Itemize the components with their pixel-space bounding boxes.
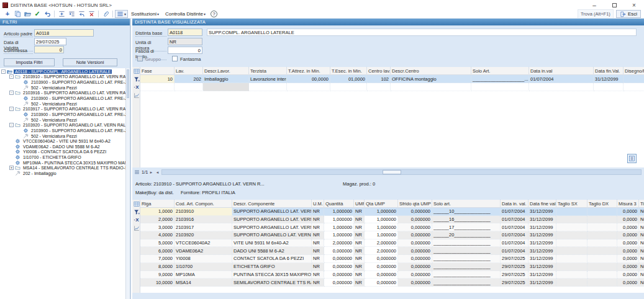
grid-cell[interactable]: NR (312, 279, 324, 287)
grid-cell[interactable]: 29/07/2025 (501, 263, 528, 271)
grid-cell[interactable]: 0,0000 (617, 247, 639, 255)
column-header[interactable]: Fase (140, 67, 175, 75)
tree-item[interactable]: -2103910 - SUPPORTO ARGANELLO LAT. VERN … (1, 74, 125, 80)
grid-cell[interactable]: ____________________... (471, 75, 529, 83)
column-header[interactable]: Taglio DX (587, 200, 617, 208)
grid-cell[interactable] (556, 223, 587, 231)
restore-row-button[interactable] (76, 10, 86, 18)
table-row[interactable]: 5,0000VTCCE06040A2VITE UNI 5931 M 6x40-A… (140, 239, 644, 248)
data-validita-field[interactable]: 29/07/2025 (34, 38, 66, 45)
column-header[interactable]: Lav. (175, 67, 203, 75)
grid-cell[interactable]: 10 (140, 75, 175, 83)
grid-cell[interactable]: 0,000000 (365, 279, 398, 287)
undo-button[interactable] (42, 10, 52, 18)
grid-cell[interactable]: NR (312, 208, 324, 216)
grid-cell[interactable]: ______________________ (432, 271, 501, 279)
grid-cell[interactable]: DADO UNI 5588 M 6-A2 (232, 247, 312, 255)
grid-cell[interactable]: 2,000000 (324, 239, 354, 248)
grid-cell[interactable]: 0,0000 (617, 255, 639, 263)
insert-row-button[interactable] (57, 10, 66, 18)
tree-item[interactable]: VDAME06A2 - DADO UNI 5588 M 6-A2 (1, 144, 125, 150)
column-header[interactable]: Riga (140, 200, 175, 208)
grid-cell[interactable]: NR (354, 263, 365, 271)
clear-filter-button[interactable]: ·X (132, 216, 140, 224)
grid-cell[interactable]: 1,000000 (324, 231, 354, 239)
grid-cell[interactable] (529, 83, 594, 91)
tree-item[interactable]: +MSA14 - SEMILAVORATO CENTRALE TTS RADIO… (1, 166, 125, 171)
grid-cell[interactable]: SEMILAVORATO CENTRALE TTS RADIO-SENS... (232, 279, 312, 287)
grid-cell[interactable]: Norm (639, 255, 644, 263)
grid-cell[interactable] (203, 83, 249, 91)
grid-cell[interactable] (624, 83, 644, 91)
phases-scrollbar-thumb[interactable] (383, 170, 401, 174)
detail-rows-button[interactable] (66, 10, 76, 18)
grid-cell[interactable]: ______17______________ (432, 223, 501, 231)
tree-item[interactable]: 502 - Verniciatura Pezzi (1, 101, 125, 107)
column-header[interactable]: Qta UMP (365, 200, 398, 208)
grid-cell[interactable]: Norm (639, 223, 644, 231)
grid-cell[interactable]: 9,0000 (140, 271, 175, 279)
articolo-padre-field[interactable]: A0118 (34, 29, 94, 37)
grid-cell[interactable]: NR (312, 247, 324, 255)
grid-cell[interactable]: NR (312, 271, 324, 279)
grid-cell[interactable]: 4,0000 (140, 231, 175, 239)
grid-cell[interactable]: 0,0000 (617, 239, 639, 248)
grid-cell[interactable]: NR (354, 208, 365, 216)
grid-cell[interactable]: 1I10700 (175, 263, 232, 271)
filter-button[interactable] (132, 208, 140, 216)
grid-cell[interactable]: Lavorazione interna (249, 75, 287, 83)
tree-item[interactable]: -2103920 - SUPPORTO ARGANELO LAT. VERN R… (1, 122, 125, 128)
grid-cell[interactable]: 1,000000 (324, 208, 354, 216)
grid-cell[interactable]: ______16______________ (432, 216, 501, 224)
grid-cell[interactable]: 5,0000 (140, 239, 175, 248)
collapse-icon[interactable]: - (9, 74, 14, 79)
note-versioni-button[interactable]: Note Versioni (63, 58, 117, 66)
grid-cell[interactable]: 0,000000 (398, 263, 432, 271)
grid-cell[interactable]: 1,000000 (324, 223, 354, 231)
table-row[interactable]: 10202ImballaggioLavorazione interna00,00… (140, 75, 644, 83)
tree-item[interactable]: -2103917 - SUPPORTO ARGANELLO LAT. VERN … (1, 106, 125, 112)
table-row[interactable]: 9,0000MP10MAPUNTINA STECCA 30X15 MAXIPRO… (140, 271, 644, 279)
grid-cell[interactable]: Norm (639, 247, 644, 255)
grid-cell[interactable]: 0,000000 (324, 247, 354, 255)
grid-cell[interactable]: 31/12/2099 (528, 208, 556, 216)
grid-cell[interactable]: 2103920 (175, 231, 232, 239)
grid-cell[interactable]: SUPPORTO ARGANELO LAT. VERN RAL A RICH (232, 231, 312, 239)
grid-cell[interactable]: 31/12/2099 (528, 239, 556, 248)
fascia-livello-field[interactable]: 0 (168, 47, 202, 54)
grid-cell[interactable]: NR (354, 271, 365, 279)
grid-cell[interactable]: 31/12/2099 (528, 247, 556, 255)
grid-cell[interactable]: ______________________ (432, 255, 501, 263)
table-row[interactable]: 8,00001I10700ETICHETTA GRIFONR0,000000NR… (140, 263, 644, 271)
grid-cell[interactable]: 0,000000 (398, 208, 432, 216)
grid-cell[interactable]: 202 (175, 75, 203, 83)
column-header[interactable]: Centro lav. (367, 67, 391, 75)
grid-cell[interactable]: Norm (639, 279, 644, 287)
column-header[interactable]: Descr. Componente (232, 200, 312, 208)
grid-cell[interactable]: 0,0000 (617, 231, 639, 239)
column-header[interactable]: Misura 3 (617, 200, 639, 208)
grid-cell[interactable]: SUPPORTO ARGANELLO LAT. VERN RAL 7001 (232, 216, 312, 224)
grid-cell[interactable]: MP10MA (175, 271, 232, 279)
grid-cell[interactable] (556, 279, 587, 287)
grid-cell[interactable]: NR (354, 247, 365, 255)
grid-cell[interactable]: VTCCE06040A2 (175, 239, 232, 248)
column-header[interactable]: T.Attrez. in Min. (287, 67, 330, 75)
menu-button[interactable]: ▾ (115, 10, 128, 18)
expand-icon[interactable]: + (9, 166, 14, 170)
attachment-button[interactable] (101, 10, 111, 18)
tree-item[interactable]: 502 - Verniciatura Pezzi (1, 133, 125, 139)
grid-cell[interactable]: 3,0000 (140, 223, 175, 231)
grid-cell[interactable] (140, 83, 175, 91)
grid-cell[interactable]: 0,000000 (398, 216, 432, 224)
grid-cell[interactable]: NR (312, 216, 324, 224)
grid-cell[interactable]: 0,000000 (324, 255, 354, 263)
grid-cell[interactable]: 0,0000 (617, 216, 639, 224)
tree-scrollbar-thumb[interactable] (127, 69, 129, 98)
grid-cell[interactable]: 2103917 (175, 223, 232, 231)
grid-cell[interactable]: ______________________ (432, 279, 501, 287)
column-header[interactable]: Sfrido qta UMP (398, 200, 432, 208)
collapse-icon[interactable]: - (9, 91, 14, 95)
grid-cell[interactable] (587, 271, 617, 279)
commessa-field[interactable]: 0 (34, 46, 64, 53)
